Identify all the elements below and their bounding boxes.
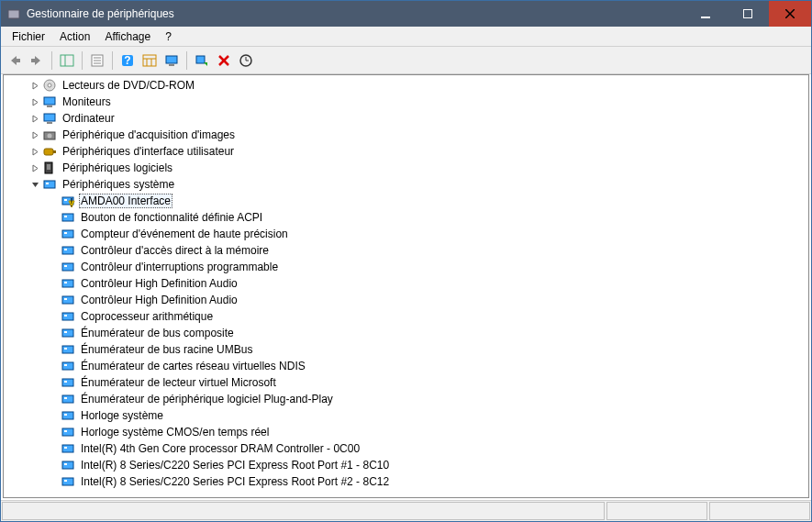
- update-icon: [239, 53, 253, 68]
- tree-item[interactable]: Énumérateur de bus composite: [4, 325, 808, 341]
- maximize-button[interactable]: [727, 1, 769, 27]
- minimize-button[interactable]: [684, 1, 727, 27]
- category-icon: [42, 177, 57, 192]
- delete-icon: [217, 53, 231, 68]
- tree-category[interactable]: Périphériques logiciels: [4, 160, 808, 176]
- expander-placeholder: [48, 328, 59, 339]
- tree-item[interactable]: Intel(R) 4th Gen Core processor DRAM Con…: [4, 440, 808, 457]
- scan-hardware-button[interactable]: [192, 50, 212, 71]
- tree-item-label: Horloge système CMOS/en temps réel: [79, 425, 271, 439]
- scan-hardware-icon: [195, 53, 209, 68]
- device-icon: !: [61, 194, 75, 208]
- details-icon: [142, 53, 157, 68]
- chevron-down-icon[interactable]: [29, 179, 40, 190]
- tree-item-label: Intel(R) 8 Series/C220 Series PCI Expres…: [79, 474, 391, 489]
- device-icon: [61, 474, 75, 489]
- category-icon: [42, 144, 57, 159]
- device-icon: [61, 309, 75, 324]
- svg-text:!: !: [70, 196, 72, 208]
- close-button[interactable]: [769, 1, 811, 27]
- chevron-right-icon[interactable]: [29, 162, 40, 173]
- tree-item[interactable]: Énumérateur de bus racine UMBus: [4, 341, 808, 358]
- menu-view[interactable]: Affichage: [97, 28, 158, 46]
- tree-item[interactable]: Horloge système: [4, 407, 808, 424]
- svg-rect-53: [62, 313, 73, 320]
- svg-rect-71: [62, 461, 73, 469]
- tree-category[interactable]: Périphériques système: [4, 176, 808, 193]
- tree-item[interactable]: !AMDA00 Interface: [4, 193, 808, 209]
- tree-category[interactable]: Périphériques d'interface utilisateur: [4, 143, 808, 160]
- svg-rect-14: [143, 55, 156, 66]
- chevron-right-icon[interactable]: [29, 129, 40, 140]
- svg-rect-72: [64, 463, 67, 465]
- menu-help[interactable]: ?: [158, 28, 179, 46]
- forward-button[interactable]: [27, 50, 47, 71]
- tree-item[interactable]: Énumérateur de cartes réseau virtuelles …: [4, 358, 808, 374]
- expander-placeholder: [48, 410, 59, 421]
- svg-rect-45: [62, 247, 73, 254]
- details-button[interactable]: [139, 50, 160, 71]
- uninstall-button[interactable]: [214, 50, 234, 71]
- chevron-right-icon[interactable]: [29, 80, 40, 91]
- update-driver-button[interactable]: [236, 50, 256, 71]
- back-button[interactable]: [5, 50, 25, 71]
- tree-item[interactable]: Contrôleur d'accès direct à la mémoire: [4, 242, 808, 259]
- show-hide-tree-button[interactable]: [57, 50, 77, 71]
- status-cell-2: [606, 502, 707, 520]
- tree-item[interactable]: Contrôleur High Definition Audio: [4, 292, 808, 308]
- tree-item[interactable]: Contrôleur d'interruptions programmable: [4, 259, 808, 275]
- svg-rect-43: [62, 230, 73, 238]
- tree-category[interactable]: Lecteurs de DVD/CD-ROM: [4, 77, 808, 94]
- tree-item-label: Compteur d'événement de haute précision: [79, 227, 290, 241]
- svg-rect-50: [64, 282, 67, 283]
- tree-item[interactable]: Compteur d'événement de haute précision: [4, 226, 808, 242]
- tree-item[interactable]: Énumérateur de lecteur virtuel Microsoft: [4, 374, 808, 391]
- svg-rect-54: [64, 315, 67, 317]
- tree-item-label: Contrôleur High Definition Audio: [79, 293, 239, 307]
- device-tree[interactable]: Lecteurs de DVD/CD-ROMMoniteursOrdinateu…: [4, 75, 808, 497]
- tree-item-label: Contrôleur d'interruptions programmable: [79, 260, 280, 274]
- svg-rect-44: [64, 232, 67, 234]
- chevron-right-icon[interactable]: [29, 96, 40, 107]
- device-icon: [61, 260, 75, 274]
- tree-item[interactable]: Intel(R) 8 Series/C220 Series PCI Expres…: [4, 457, 808, 473]
- expander-placeholder: [48, 460, 59, 471]
- tree-category[interactable]: Moniteurs: [4, 94, 808, 110]
- tree-item[interactable]: Énumérateur de périphérique logiciel Plu…: [4, 391, 808, 407]
- expander-placeholder: [48, 394, 59, 405]
- svg-rect-35: [47, 164, 50, 170]
- menu-file[interactable]: Fichier: [5, 28, 52, 46]
- tree-category[interactable]: Ordinateur: [4, 110, 808, 127]
- svg-rect-48: [64, 265, 67, 267]
- tree-item[interactable]: Intel(R) 8 Series/C220 Series PCI Expres…: [4, 473, 808, 490]
- status-cell-main: [2, 502, 605, 520]
- tree-item[interactable]: Bouton de fonctionnalité définie ACPI: [4, 209, 808, 226]
- menu-action[interactable]: Action: [52, 28, 97, 46]
- svg-rect-37: [46, 183, 49, 184]
- svg-rect-18: [166, 56, 177, 63]
- monitor-button[interactable]: [161, 50, 182, 71]
- svg-rect-60: [64, 364, 67, 366]
- help-button[interactable]: ?: [117, 50, 138, 71]
- tree-item[interactable]: Contrôleur High Definition Audio: [4, 275, 808, 292]
- tree-item[interactable]: Horloge système CMOS/en temps réel: [4, 424, 808, 440]
- tree-pane-icon: [60, 53, 74, 68]
- monitor-icon: [164, 53, 179, 68]
- toolbar-separator: [51, 51, 52, 70]
- tree-item-label: Bouton de fonctionnalité définie ACPI: [79, 210, 264, 225]
- svg-rect-61: [62, 379, 73, 386]
- svg-rect-41: [62, 214, 73, 221]
- chevron-right-icon[interactable]: [29, 146, 40, 157]
- tree-item[interactable]: Coprocesseur arithmétique: [4, 308, 808, 325]
- toolbar-separator: [112, 51, 113, 70]
- back-arrow-icon: [7, 53, 22, 68]
- tree-item-label: AMDA00 Interface: [79, 194, 172, 208]
- properties-button[interactable]: [87, 50, 107, 71]
- svg-rect-52: [64, 298, 67, 300]
- expander-placeholder: [48, 311, 59, 322]
- category-icon: [42, 128, 57, 142]
- svg-rect-46: [64, 249, 67, 250]
- window-controls: [684, 1, 811, 27]
- tree-category[interactable]: Périphérique d'acquisition d'images: [4, 127, 808, 143]
- chevron-right-icon[interactable]: [29, 113, 40, 124]
